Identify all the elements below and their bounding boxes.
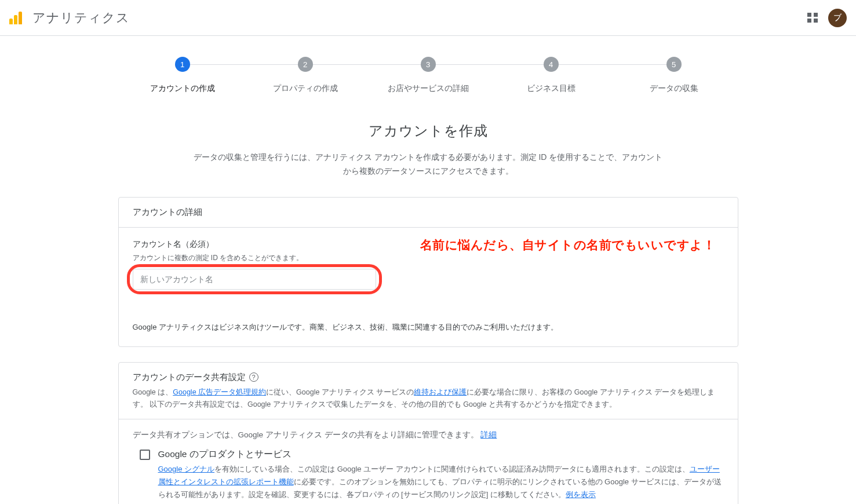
account-name-input[interactable] <box>133 269 376 290</box>
app-title: アナリティクス <box>32 9 130 27</box>
stepper: 1アカウントの作成2プロパティの作成3お店やサービスの詳細4ビジネス目標5データ… <box>115 57 741 94</box>
page-subtitle: データの収集と管理を行うには、アナリティクス アカウントを作成する必要があります… <box>191 151 666 178</box>
page-title: アカウントを作成 <box>0 122 856 140</box>
step-label: ビジネス目標 <box>527 83 575 94</box>
apps-grid-icon[interactable] <box>807 13 818 23</box>
step-connector <box>305 64 428 65</box>
share-option-title: Google のプロダクトとサービス <box>158 448 724 461</box>
data-sharing-description: Google は、Google 広告データ処理規約に従い、Google アナリテ… <box>133 386 724 411</box>
annotation-text: 名前に悩んだら、自サイトの名前でもいいですよ！ <box>420 237 716 253</box>
step-5: 5データの収集 <box>613 57 735 94</box>
step-circle: 3 <box>421 57 436 72</box>
step-connector <box>183 64 305 65</box>
account-card-header: アカウントの詳細 <box>119 198 738 228</box>
step-circle: 2 <box>298 57 313 72</box>
share-option-description: Google シグナルを有効にしている場合、この設定は Google ユーザー … <box>158 463 724 501</box>
business-use-note: Google アナリティクスはビジネス向けツールです。商業、ビジネス、技術、職業… <box>133 322 724 333</box>
step-2: 2プロパティの作成 <box>244 57 367 94</box>
page-heading: アカウントを作成 データの収集と管理を行うには、アナリティクス アカウントを作成… <box>0 122 856 178</box>
step-circle: 5 <box>666 57 682 72</box>
step-label: お店やサービスの詳細 <box>388 83 469 94</box>
google-signal-link[interactable]: Google シグナル <box>158 465 215 473</box>
account-details-card: アカウントの詳細 名前に悩んだら、自サイトの名前でもいいですよ！ アカウント名（… <box>118 197 738 347</box>
data-sharing-note: データ共有オプションでは、Google アナリティクス データの共有をより詳細に… <box>133 419 724 448</box>
data-sharing-card: アカウントのデータ共有設定 ? Google は、Google 広告データ処理規… <box>118 362 738 504</box>
data-sharing-title-row: アカウントのデータ共有設定 ? <box>133 372 724 383</box>
share-option-checkbox[interactable] <box>140 450 150 460</box>
header-left: アナリティクス <box>9 9 130 27</box>
data-sharing-title: アカウントのデータ共有設定 <box>133 372 246 383</box>
app-header: アナリティクス ブ <box>0 0 856 36</box>
step-1: 1アカウントの作成 <box>121 57 244 94</box>
step-connector <box>551 64 674 65</box>
header-right: ブ <box>807 9 847 27</box>
user-avatar[interactable]: ブ <box>828 9 847 27</box>
step-4: 4ビジネス目標 <box>490 57 613 94</box>
ads-data-terms-link[interactable]: Google 広告データ処理規約 <box>173 388 266 396</box>
step-label: データの収集 <box>650 83 698 94</box>
analytics-logo-icon <box>9 12 22 24</box>
share-option-google-products: Google のプロダクトとサービス Google シグナルを有効にしている場合… <box>133 448 724 503</box>
step-connector <box>428 64 551 65</box>
details-link[interactable]: 詳細 <box>480 430 497 439</box>
account-name-input-wrap <box>133 269 376 290</box>
step-label: プロパティの作成 <box>273 83 338 94</box>
step-circle: 1 <box>175 57 190 72</box>
step-label: アカウントの作成 <box>150 83 215 94</box>
help-icon[interactable]: ? <box>249 372 258 382</box>
maintain-protect-link[interactable]: 維持および保護 <box>414 388 467 396</box>
step-circle: 4 <box>544 57 559 72</box>
step-3: 3お店やサービスの詳細 <box>367 57 490 94</box>
account-name-hint: アカウントに複数の測定 ID を含めることができます。 <box>133 253 724 263</box>
show-example-link[interactable]: 例を表示 <box>566 490 596 499</box>
account-card-body: 名前に悩んだら、自サイトの名前でもいいですよ！ アカウント名（必須） アカウント… <box>119 228 738 346</box>
